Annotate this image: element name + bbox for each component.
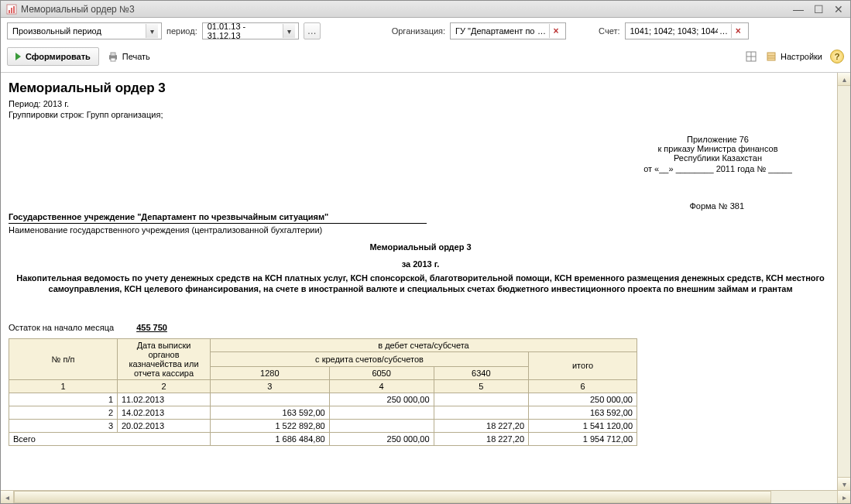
period-input[interactable]: 01.01.13 - 31.12.13 bbox=[202, 22, 299, 39]
th-col1: 1 bbox=[9, 379, 118, 393]
divider bbox=[9, 223, 427, 224]
minimize-button[interactable]: — bbox=[791, 4, 805, 15]
appendix-line: от «__» ________ 2011 года № _____ bbox=[617, 164, 818, 173]
period-value: 01.01.13 - 31.12.13 bbox=[208, 22, 280, 40]
balance-label: Остаток на начало месяца bbox=[9, 323, 114, 332]
acct-label: Счет: bbox=[599, 26, 619, 36]
report-grouping: Группировки строк: Групп организация; bbox=[9, 110, 832, 119]
svg-rect-1 bbox=[9, 10, 10, 13]
opening-balance: Остаток на начало месяца 455 750 bbox=[9, 323, 832, 332]
play-icon bbox=[15, 53, 21, 60]
maximize-button[interactable]: ☐ bbox=[812, 4, 825, 15]
center-sub: за 2013 г. bbox=[9, 259, 832, 269]
cell-1280 bbox=[211, 393, 330, 406]
svg-rect-10 bbox=[767, 53, 775, 60]
form-button-label: Сформировать bbox=[26, 52, 91, 61]
app-icon bbox=[5, 3, 18, 15]
horizontal-scrollbar[interactable]: ◂ ▸ bbox=[1, 490, 850, 503]
cell-n: 1 bbox=[9, 393, 118, 406]
printer-icon bbox=[107, 50, 119, 63]
filter-toolbar: Произвольный период период: 01.01.13 - 3… bbox=[1, 18, 850, 44]
report-period: Период: 2013 г. bbox=[9, 99, 832, 108]
svg-rect-2 bbox=[11, 8, 12, 13]
cell-6340: 18 227,20 bbox=[434, 419, 528, 432]
scroll-thumb[interactable] bbox=[14, 491, 771, 503]
period-mode-value: Произвольный период bbox=[12, 26, 101, 36]
form-button[interactable]: Сформировать bbox=[7, 47, 99, 66]
org-value: ГУ "Департамент по чр bbox=[455, 26, 536, 36]
total-sum: 1 954 712,00 bbox=[529, 432, 637, 445]
th-date: Дата выписки органов казначейства или от… bbox=[118, 338, 211, 379]
acct-value: 1041; 1042; 1043; 1044; bbox=[630, 26, 718, 36]
org-full-name: Государственное учреждение "Департамент … bbox=[9, 212, 832, 221]
scroll-down-icon: ▾ bbox=[838, 477, 850, 490]
th-itogo: итого bbox=[529, 351, 637, 379]
total-6050: 250 000,00 bbox=[329, 432, 434, 445]
report-table: № п/п Дата выписки органов казначейства … bbox=[9, 338, 637, 446]
th-debit: в дебет счета/субсчета bbox=[211, 338, 637, 351]
scroll-left-icon: ◂ bbox=[1, 491, 14, 503]
th-credit: с кредита счетов/субсчетов bbox=[211, 351, 529, 366]
print-button[interactable]: Печать bbox=[107, 50, 150, 63]
cell-date: 11.02.2013 bbox=[118, 393, 211, 406]
ellipsis-icon: … bbox=[718, 26, 729, 36]
scroll-up-icon: ▴ bbox=[838, 73, 850, 86]
settings-button[interactable]: Настройки bbox=[765, 50, 822, 63]
ellipsis-icon: … bbox=[536, 26, 547, 36]
period-mode-select[interactable]: Произвольный период bbox=[7, 22, 162, 39]
app-window: Мемориальный ордер №3 — ☐ ✕ Произвольный… bbox=[0, 0, 851, 504]
dropdown-icon bbox=[146, 24, 158, 38]
help-button[interactable]: ? bbox=[830, 50, 844, 63]
titlebar: Мемориальный ордер №3 — ☐ ✕ bbox=[1, 1, 850, 18]
svg-rect-5 bbox=[111, 53, 115, 56]
window-buttons: — ☐ ✕ bbox=[791, 4, 846, 15]
cell-6340 bbox=[434, 393, 528, 406]
period-label: период: bbox=[166, 26, 197, 36]
cell-6050: 250 000,00 bbox=[329, 393, 434, 406]
th-1280: 1280 bbox=[211, 366, 330, 379]
clear-org-button[interactable]: × bbox=[549, 24, 562, 38]
total-row: Всего 1 686 484,80 250 000,00 18 227,20 … bbox=[9, 432, 637, 445]
th-col6: 6 bbox=[529, 379, 637, 393]
appendix-line: к приказу Министра финансов bbox=[617, 144, 818, 153]
cell-n: 2 bbox=[9, 406, 118, 419]
th-npp: № п/п bbox=[9, 338, 118, 379]
org-input[interactable]: ГУ "Департамент по чр … × bbox=[450, 22, 566, 39]
vertical-scrollbar[interactable]: ▴ ▾ bbox=[837, 73, 850, 490]
cell-total: 163 592,00 bbox=[529, 406, 637, 419]
cell-1280: 1 522 892,80 bbox=[211, 419, 330, 432]
table-row: 111.02.2013250 000,00250 000,00 bbox=[9, 393, 637, 406]
period-picker-button[interactable]: … bbox=[304, 22, 321, 39]
cell-total: 250 000,00 bbox=[529, 393, 637, 406]
th-6340: 6340 bbox=[434, 366, 528, 379]
th-6050: 6050 bbox=[329, 366, 434, 379]
print-label: Печать bbox=[122, 52, 150, 61]
content-area: Мемориальный ордер 3 Период: 2013 г. Гру… bbox=[1, 72, 850, 490]
cell-6340 bbox=[434, 406, 528, 419]
cell-6050 bbox=[329, 419, 434, 432]
th-col5: 5 bbox=[434, 379, 528, 393]
settings-icon bbox=[765, 50, 777, 63]
report-title: Мемориальный ордер 3 bbox=[9, 81, 832, 96]
total-6340: 18 227,20 bbox=[434, 432, 528, 445]
clear-acct-button[interactable]: × bbox=[731, 24, 744, 38]
settings-label: Настройки bbox=[781, 52, 822, 61]
appendix-block: Приложение 76 к приказу Министра финансо… bbox=[617, 135, 818, 173]
grid-icon[interactable] bbox=[745, 50, 757, 63]
window-title: Мемориальный ордер №3 bbox=[21, 4, 791, 15]
acct-input[interactable]: 1041; 1042; 1043; 1044; … × bbox=[625, 22, 749, 39]
dropdown-icon bbox=[283, 24, 295, 38]
total-1280: 1 686 484,80 bbox=[211, 432, 330, 445]
svg-rect-3 bbox=[13, 6, 15, 13]
org-caption: Наименование государственного учреждения… bbox=[9, 225, 832, 235]
cell-date: 20.02.2013 bbox=[118, 419, 211, 432]
center-title: Мемориальный ордер 3 bbox=[9, 242, 832, 252]
svg-rect-6 bbox=[111, 58, 115, 61]
close-button[interactable]: ✕ bbox=[832, 4, 846, 15]
report-document: Мемориальный ордер 3 Период: 2013 г. Гру… bbox=[1, 73, 837, 490]
action-toolbar: Сформировать Печать Настройки ? bbox=[1, 44, 850, 72]
th-col3: 3 bbox=[211, 379, 330, 393]
table-row: 214.02.2013163 592,00163 592,00 bbox=[9, 406, 637, 419]
balance-value: 455 750 bbox=[136, 323, 167, 332]
cell-6050 bbox=[329, 406, 434, 419]
